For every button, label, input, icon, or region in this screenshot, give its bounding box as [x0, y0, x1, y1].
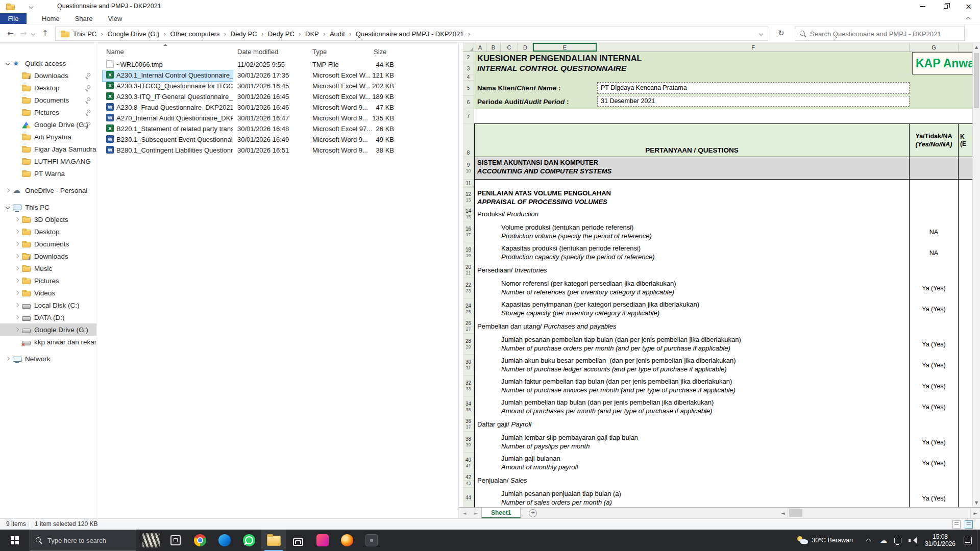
address-dropdown-chevron[interactable]	[759, 32, 763, 36]
expander-chevron-icon[interactable]	[13, 338, 21, 345]
expander-chevron-icon[interactable]	[13, 240, 21, 247]
action-center-icon[interactable]	[964, 537, 972, 544]
taskbar-clock[interactable]: 15:08 31/01/2026	[925, 533, 955, 547]
start-button[interactable]	[0, 530, 30, 551]
scroll-up-icon[interactable]: ▲	[973, 43, 980, 51]
taskbar-app-button[interactable]	[163, 530, 188, 551]
breadcrumb-label[interactable]: This PC	[73, 30, 96, 38]
refresh-button[interactable]: ↻	[778, 29, 785, 38]
breadcrumb-label[interactable]: Dedy PC	[268, 30, 295, 38]
expander-chevron-icon[interactable]	[13, 289, 21, 296]
scroll-right-icon[interactable]: ►	[971, 511, 980, 516]
taskbar-app-button[interactable]	[261, 530, 286, 551]
expander-chevron-icon[interactable]	[13, 228, 21, 235]
breadcrumb-label[interactable]: Google Drive (G:)	[107, 30, 159, 38]
expander-chevron-icon[interactable]	[13, 72, 21, 79]
expander-chevron-icon[interactable]	[13, 133, 21, 140]
sidebar-item[interactable]: Documents	[0, 94, 96, 106]
sidebar-item[interactable]: Downloads	[0, 69, 96, 82]
breadcrumb-label[interactable]: Audit	[330, 30, 345, 38]
taskbar-app-button[interactable]	[237, 530, 261, 551]
sheet-nav-right-icon[interactable]: ►	[470, 508, 481, 518]
breadcrumb-segment[interactable]: DKP ›	[305, 30, 330, 38]
file-row[interactable]: W A230.8_Fraud Questionnaire_DKP2021 30/…	[97, 102, 458, 113]
ribbon-tab[interactable]: Share	[75, 15, 93, 22]
file-row[interactable]: W B230.1_Subsequent Event Questionnaire_…	[97, 134, 458, 145]
restore-button[interactable]	[934, 0, 957, 13]
search-input[interactable]	[810, 30, 960, 38]
expander-chevron-icon[interactable]	[13, 253, 21, 260]
breadcrumb-segment[interactable]: Other computers ›	[170, 30, 231, 38]
sidebar-item[interactable]: LUTHFI MAGANG	[0, 155, 96, 167]
breadcrumb-label[interactable]: Dedy PC	[231, 30, 257, 38]
expander-chevron-icon[interactable]	[13, 302, 21, 309]
network-tray-icon[interactable]	[894, 538, 901, 543]
ribbon-collapse-chevron[interactable]	[966, 17, 970, 21]
column-header[interactable]: Date modified	[237, 46, 278, 58]
sidebar-item[interactable]: Downloads	[0, 250, 96, 262]
scroll-down-icon[interactable]: ▼	[973, 499, 980, 507]
breadcrumb-label[interactable]: Other computers	[170, 30, 220, 38]
taskbar-app-button[interactable]	[286, 530, 310, 551]
ribbon-tab[interactable]: Home	[42, 15, 60, 22]
expander-chevron-icon[interactable]	[13, 109, 21, 116]
sidebar-item[interactable]: PT Warna	[0, 167, 96, 180]
minimize-button[interactable]	[911, 0, 934, 13]
column-header[interactable]: Type	[312, 46, 327, 58]
address-bar[interactable]: This PC › Google Drive (G:) › Other comp…	[55, 27, 768, 41]
expander-chevron-icon[interactable]	[13, 326, 21, 333]
ribbon-tab[interactable]: View	[108, 15, 122, 22]
sidebar-item[interactable]: Google Drive (G:)	[0, 118, 96, 131]
breadcrumb-label[interactable]: Questionnaire and PMPJ - DKP2021	[356, 30, 464, 38]
breadcrumb-segment[interactable]: Audit ›	[330, 30, 356, 38]
sidebar-item[interactable]: Desktop	[0, 82, 96, 94]
expander-chevron-icon[interactable]	[13, 216, 21, 223]
weather-widget[interactable]: 30°C Berawan	[797, 536, 853, 545]
expander-chevron-icon[interactable]	[13, 170, 21, 177]
sidebar-item[interactable]: Figar Jaya Samudra	[0, 143, 96, 155]
sidebar-item[interactable]: Network	[0, 353, 96, 365]
expander-chevron-icon[interactable]	[13, 96, 21, 104]
expander-chevron-icon[interactable]	[13, 158, 21, 165]
sidebar-item[interactable]: Videos	[0, 287, 96, 299]
sidebar-item[interactable]: Documents	[0, 238, 96, 250]
expander-chevron-icon[interactable]	[13, 84, 21, 91]
sidebar-item[interactable]: Adi Priyatna	[0, 131, 96, 143]
scrollbar-thumb[interactable]	[789, 509, 802, 517]
breadcrumb-segment[interactable]: Dedy PC ›	[231, 30, 268, 38]
scroll-left-icon[interactable]: ◄	[778, 511, 788, 516]
column-header[interactable]: Name	[106, 46, 124, 58]
scrollbar-track[interactable]	[788, 508, 971, 518]
expander-chevron-icon[interactable]	[4, 204, 12, 211]
sheet-tab[interactable]: Sheet1	[481, 508, 521, 518]
expander-chevron-icon[interactable]	[13, 277, 21, 284]
hidden-icons-chevron[interactable]	[866, 537, 872, 543]
file-row[interactable]: X A230.3-ITQ_IT General Questionnaire_DK…	[97, 91, 458, 102]
back-button[interactable]: ←	[7, 29, 14, 38]
expander-chevron-icon[interactable]	[13, 265, 21, 272]
forward-button[interactable]: →	[20, 29, 27, 38]
preview-vertical-scrollbar[interactable]: ▲ ▼	[972, 43, 980, 507]
sheet-nav-left-icon[interactable]: ◄	[459, 508, 470, 518]
up-button[interactable]: ↑	[42, 29, 48, 38]
file-row[interactable]: ~WRL0066.tmp 11/02/2025 9:55 TMP File 44…	[97, 59, 458, 70]
details-view-toggle[interactable]	[952, 520, 961, 529]
volume-tray-icon[interactable]	[909, 537, 916, 543]
scrollbar-thumb[interactable]	[974, 53, 979, 108]
taskbar-app-button[interactable]	[212, 530, 237, 551]
close-button[interactable]: ×	[957, 0, 980, 13]
large-icons-view-toggle[interactable]	[965, 520, 973, 529]
search-box[interactable]	[795, 27, 965, 41]
preview-horizontal-scrollbar[interactable]: ◄ ►	[778, 508, 980, 518]
sidebar-item[interactable]: Pictures	[0, 274, 96, 287]
expander-chevron-icon[interactable]	[4, 187, 12, 194]
breadcrumb-segment[interactable]: Questionnaire and PMPJ - DKP2021 ›	[356, 30, 475, 38]
sidebar-item[interactable]: Music	[0, 262, 96, 274]
sidebar-item[interactable]: kkp anwar dan rekan (\\1	[0, 336, 96, 348]
sidebar-item[interactable]: Local Disk (C:)	[0, 299, 96, 311]
sidebar-item[interactable]: Pictures	[0, 106, 96, 118]
expander-chevron-icon[interactable]	[4, 60, 12, 67]
taskbar-app-button[interactable]	[139, 530, 163, 551]
sidebar-item[interactable]: This PC	[0, 201, 96, 213]
breadcrumb-segment[interactable]: Dedy PC ›	[268, 30, 305, 38]
